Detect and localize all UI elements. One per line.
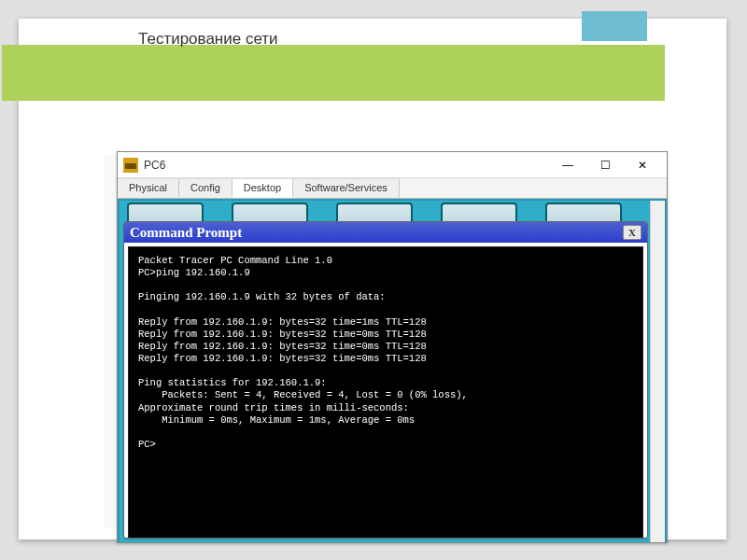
desktop-tool-icon[interactable] (545, 203, 622, 223)
tab-desktop[interactable]: Desktop (233, 178, 293, 198)
app-icon (123, 158, 138, 173)
command-prompt-close-button[interactable]: X (623, 225, 641, 240)
window-title: PC6 (144, 159, 549, 172)
slide-canvas: Тестирование сети PC6 — ☐ ✕ Physical Con… (19, 19, 726, 539)
terminal-output[interactable]: Packet Tracer PC Command Line 1.0 PC>pin… (128, 246, 643, 539)
command-prompt-window: Command Prompt X Packet Tracer PC Comman… (123, 221, 648, 539)
close-button[interactable]: ✕ (624, 154, 661, 176)
desktop-tool-icon[interactable] (232, 203, 308, 223)
window-titlebar[interactable]: PC6 — ☐ ✕ (118, 152, 667, 178)
desktop-tool-icon[interactable] (336, 203, 413, 223)
tab-software-services[interactable]: Software/Services (293, 178, 400, 198)
command-prompt-titlebar[interactable]: Command Prompt X (124, 222, 647, 243)
desktop-area: Command Prompt X Packet Tracer PC Comman… (118, 199, 667, 543)
vertical-scrollbar[interactable] (650, 201, 665, 542)
accent-tab-decoration (582, 11, 647, 41)
minimize-button[interactable]: — (549, 154, 586, 176)
tab-physical[interactable]: Physical (118, 178, 179, 198)
desktop-tool-row (127, 203, 648, 223)
slide-title: Тестирование сети (138, 30, 278, 49)
command-prompt-title: Command Prompt (130, 225, 623, 241)
side-shadow (105, 155, 118, 528)
title-bar (2, 45, 665, 101)
desktop-tool-icon[interactable] (127, 203, 204, 223)
tab-config[interactable]: Config (179, 178, 233, 198)
maximize-button[interactable]: ☐ (586, 154, 624, 176)
tab-strip: Physical Config Desktop Software/Service… (118, 178, 667, 199)
desktop-tool-icon[interactable] (441, 203, 517, 223)
pc-window: PC6 — ☐ ✕ Physical Config Desktop Softwa… (117, 151, 668, 543)
